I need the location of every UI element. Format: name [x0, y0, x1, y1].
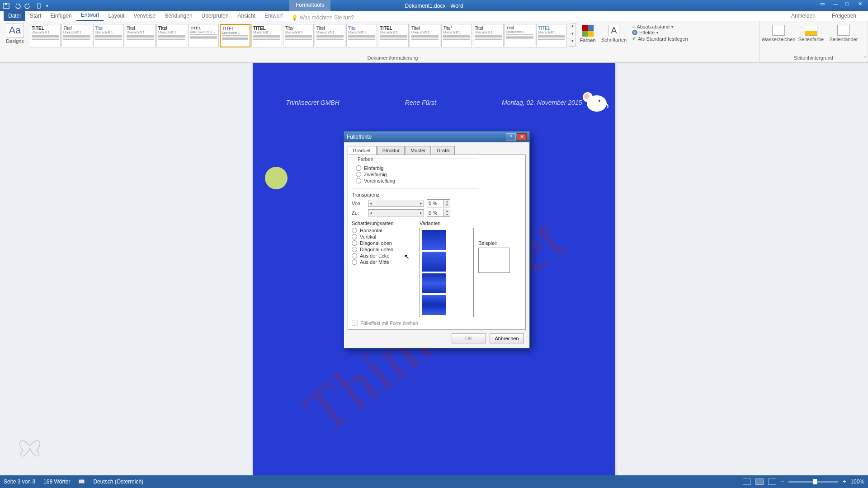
variant-3[interactable]: [422, 273, 446, 293]
tab-start[interactable]: Start: [25, 11, 46, 21]
radio-preset[interactable]: Voreinstellung: [356, 178, 474, 183]
gallery-item[interactable]: TitelÜberschrift 1: [441, 24, 472, 47]
gallery-item[interactable]: TitelÜberschrift 1: [410, 24, 440, 47]
tab-review[interactable]: Überprüfen: [197, 11, 233, 21]
svg-rect-1: [5, 3, 7, 5]
zoom-in-icon[interactable]: +: [843, 479, 846, 485]
gallery-item[interactable]: TITELÜBERSCHRIFT 1: [188, 24, 219, 47]
gallery-item[interactable]: TitelÜberschrift 1: [315, 24, 345, 47]
designs-button[interactable]: Aa Designs: [3, 23, 27, 44]
dialog-tab-gradient[interactable]: Graduell: [348, 146, 377, 155]
tab-view[interactable]: Ansicht: [233, 11, 260, 21]
tab-file[interactable]: Datei: [4, 11, 25, 21]
rotate-with-shape-checkbox[interactable]: Fülleffekt mit Form drehen: [352, 320, 522, 326]
zoom-slider[interactable]: [788, 481, 838, 483]
to-value[interactable]: 0 %▴▾: [427, 209, 450, 217]
gallery-item[interactable]: TITELÜberschrift 1: [378, 24, 409, 47]
zoom-out-icon[interactable]: −: [781, 479, 784, 485]
radio-from-corner[interactable]: Aus der Ecke: [352, 253, 415, 258]
ok-button[interactable]: OK: [452, 333, 486, 343]
gallery-item[interactable]: TitelÜberschrift 1: [93, 24, 124, 47]
dialog-help-icon[interactable]: ?: [506, 133, 516, 141]
gallery-item[interactable]: TitelÜberschrift 1: [505, 24, 535, 47]
tab-layout[interactable]: Layout: [104, 11, 129, 21]
to-scrollbar[interactable]: ◂▸: [368, 209, 424, 216]
close-icon[interactable]: ✕: [858, 1, 866, 7]
view-web-icon[interactable]: [768, 479, 776, 485]
gallery-item[interactable]: TITELÜberschrift 1: [30, 24, 61, 47]
gallery-item[interactable]: TitelÜberschrift 1: [346, 24, 377, 47]
save-icon[interactable]: [3, 2, 10, 9]
page-color-button[interactable]: Seitenfarbe: [795, 23, 827, 42]
dialog-title: Fülleffekte: [347, 134, 372, 140]
word-count[interactable]: 168 Wörter: [43, 479, 70, 485]
qat-dropdown-icon[interactable]: ▾: [46, 4, 48, 8]
radio-horizontal[interactable]: Horizontal: [352, 228, 415, 233]
touch-mode-icon[interactable]: [35, 2, 42, 9]
variant-4[interactable]: [422, 295, 446, 315]
tab-context-design[interactable]: Entwurf: [260, 11, 288, 21]
dialog-close-icon[interactable]: ✕: [517, 133, 527, 141]
tab-mailings[interactable]: Sendungen: [160, 11, 197, 21]
spellcheck-icon[interactable]: 📖: [78, 479, 85, 485]
gallery-item[interactable]: TitelÜberschrift 1: [61, 24, 92, 47]
ribbon-display-icon[interactable]: ▭: [820, 1, 828, 7]
dialog-tab-texture[interactable]: Struktur: [377, 146, 405, 155]
formatting-options: ≡Absatzabstand▾ Effekte▾ ✔Als Standard f…: [630, 23, 690, 42]
gallery-scroll[interactable]: ▴▾▾: [569, 23, 576, 47]
gallery-item[interactable]: TitelÜberschrift 1: [156, 24, 187, 47]
group-page-background: Wasserzeichen Seitenfarbe Seitenränder S…: [760, 21, 868, 62]
tell-me-search[interactable]: 💡 Was möchten Sie tun?: [291, 14, 354, 21]
radio-from-center[interactable]: Aus der Mitte: [352, 259, 415, 265]
dialog-tab-picture[interactable]: Grafik: [432, 146, 455, 155]
radio-vertical[interactable]: Vertikal: [352, 234, 415, 239]
quick-access-toolbar: ▾: [0, 2, 48, 9]
radio-two-color[interactable]: Zweifarbig: [356, 172, 474, 177]
view-print-icon[interactable]: [755, 479, 764, 485]
dialog-tab-pattern[interactable]: Muster: [406, 146, 431, 155]
radio-diag-down[interactable]: Diagonal unten: [352, 247, 415, 252]
share-button[interactable]: Freigeben: [827, 11, 861, 21]
minimize-icon[interactable]: —: [833, 1, 841, 7]
radio-one-color[interactable]: Einfarbig: [356, 165, 474, 171]
variants-grid: [420, 228, 474, 317]
collapse-ribbon-icon[interactable]: ˄: [864, 56, 866, 61]
style-gallery[interactable]: TITELÜberschrift 1TitelÜberschrift 1Tite…: [29, 23, 568, 48]
redo-icon[interactable]: [24, 2, 32, 9]
language-status[interactable]: Deutsch (Österreich): [93, 479, 143, 485]
signin-link[interactable]: Anmelden: [787, 11, 820, 21]
view-read-icon[interactable]: [743, 479, 751, 485]
tab-references[interactable]: Verweise: [129, 11, 160, 21]
tab-insert[interactable]: Einfügen: [46, 11, 76, 21]
fonts-button[interactable]: A Schriftarten: [599, 23, 628, 42]
gallery-item[interactable]: TITELÜberschrift 1: [536, 24, 567, 47]
gallery-item[interactable]: TitelÜberschrift 1: [283, 24, 314, 47]
watermark-button[interactable]: Wasserzeichen: [762, 23, 795, 42]
radio-diag-up[interactable]: Diagonal oben: [352, 240, 415, 246]
effects-button[interactable]: Effekte▾: [632, 30, 688, 35]
para-spacing-button[interactable]: ≡Absatzabstand▾: [632, 24, 688, 29]
gallery-item[interactable]: TitelÜberschrift 1: [125, 24, 156, 47]
butterfly-decoration: [16, 435, 43, 457]
gallery-item[interactable]: TITELÜberschrift 1: [251, 24, 282, 47]
cancel-button[interactable]: Abbrechen: [490, 333, 524, 343]
from-scrollbar[interactable]: ◂▸: [368, 200, 424, 207]
para-spacing-icon: ≡: [632, 24, 635, 29]
variant-1[interactable]: [422, 230, 446, 250]
dialog-titlebar[interactable]: Fülleffekte ? ✕: [344, 131, 529, 142]
tab-design[interactable]: Entwurf: [76, 10, 104, 21]
gallery-item[interactable]: TITELÜberschrift 1: [220, 24, 250, 47]
zoom-value[interactable]: 100%: [850, 479, 864, 485]
dialog-panel: Farben Einfarbig Zweifarbig Voreinstellu…: [348, 155, 526, 330]
page-status[interactable]: Seite 3 von 3: [4, 479, 35, 485]
page-borders-button[interactable]: Seitenränder: [827, 23, 860, 42]
maximize-icon[interactable]: □: [845, 1, 854, 7]
gallery-item[interactable]: TitelÜberschrift 1: [473, 24, 504, 47]
green-circle-shape[interactable]: [265, 167, 288, 189]
watermark-icon: [772, 25, 785, 36]
from-value[interactable]: 0 %▴▾: [427, 199, 450, 207]
undo-icon[interactable]: [14, 2, 21, 9]
colors-button[interactable]: Farben: [576, 23, 599, 43]
variant-2[interactable]: [422, 252, 446, 272]
set-default-button[interactable]: ✔Als Standard festlegen: [632, 36, 688, 42]
